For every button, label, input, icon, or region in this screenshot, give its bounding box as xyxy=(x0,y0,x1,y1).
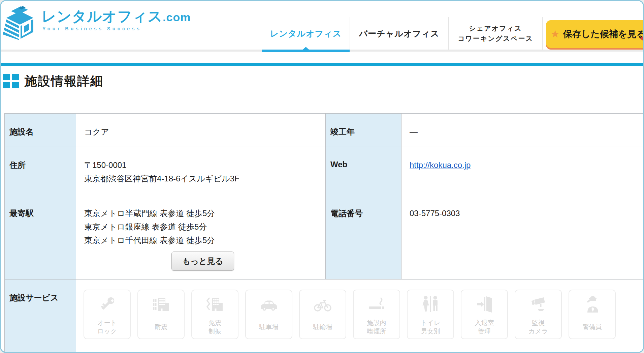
cctv-camera-icon xyxy=(529,294,548,315)
stations-value: 東京メトロ半蔵門線 表参道 徒歩5分 東京メトロ銀座線 表参道 徒歩5分 東京メ… xyxy=(76,195,326,280)
station-line: 東京メトロ千代田線 表参道 徒歩5分 xyxy=(84,234,321,247)
key-icon xyxy=(98,294,117,315)
section-grid-icon xyxy=(3,74,19,89)
service-tile-bicycle-parking: 駐輪場 xyxy=(299,290,346,339)
service-tile-entry-exit-control: 入退室 管理 xyxy=(461,290,508,339)
saved-candidates-button[interactable]: ★ 保存した候補を見る xyxy=(546,20,644,48)
door-entry-icon xyxy=(475,294,494,315)
brand-wordmark: レンタルオフィス.com xyxy=(41,9,191,24)
address-street: 東京都渋谷区神宮前4-18-6イスルギビル3F xyxy=(84,172,321,185)
service-tile-restroom-separate: トイレ 男女別 xyxy=(407,290,454,339)
services-value: オート ロック xyxy=(76,280,644,353)
facility-name-label: 施設名 xyxy=(5,114,76,147)
tab-share-office-coworking[interactable]: シェアオフィス コワーキングスペース xyxy=(448,17,543,50)
guard-icon xyxy=(583,294,602,315)
bicycle-icon xyxy=(313,294,332,315)
brand-wordmark-suffix: .com xyxy=(163,11,191,24)
service-tiles: オート ロック xyxy=(84,290,644,339)
tab-rental-office-label: レンタルオフィス xyxy=(270,28,342,39)
tab-rental-office[interactable]: レンタルオフィス xyxy=(262,17,350,50)
building-icon xyxy=(152,294,170,315)
tab-virtual-office-label: バーチャルオフィス xyxy=(359,28,440,39)
brand-tagline: Your Business Success xyxy=(42,26,191,31)
restroom-male-female-icon xyxy=(421,294,440,315)
facility-name-value: コクア xyxy=(76,114,326,147)
tab-share-office-label: シェアオフィス コワーキングスペース xyxy=(458,23,533,43)
see-more-button[interactable]: もっと見る xyxy=(171,252,234,271)
web-label: Web xyxy=(326,147,401,195)
page-title: 施設情報詳細 xyxy=(25,66,103,97)
red-arrow-icon xyxy=(640,31,644,46)
stations-label: 最寄駅 xyxy=(5,195,76,280)
facility-info-table: 施設名 コクア 竣工年 — 住所 〒150-0001東京都渋谷区神宮前4-18-… xyxy=(4,113,644,353)
service-tile-auto-lock: オート ロック xyxy=(84,290,131,339)
service-tile-security-guard: 警備員 xyxy=(569,290,616,339)
web-value: http://kokua.co.jp xyxy=(401,147,644,195)
service-tile-earthquake-resistant: 耐震 xyxy=(137,290,185,339)
completion-year-value: — xyxy=(401,114,644,147)
station-line: 東京メトロ銀座線 表参道 徒歩5分 xyxy=(84,220,321,234)
service-tile-surveillance-camera: 監視 カメラ xyxy=(515,290,562,339)
page: レンタルオフィス.com Your Business Success レンタルオ… xyxy=(0,0,644,353)
completion-year-label: 竣工年 xyxy=(326,114,401,147)
brand-box-icon xyxy=(1,2,39,40)
station-lines: 東京メトロ半蔵門線 表参道 徒歩5分 東京メトロ銀座線 表参道 徒歩5分 東京メ… xyxy=(84,207,321,247)
saved-candidates-button-label: 保存した候補を見る xyxy=(563,28,644,40)
brand-logo[interactable]: レンタルオフィス.com Your Business Success xyxy=(1,2,191,40)
building-zigzag-icon xyxy=(205,294,224,315)
service-tile-parking: 駐車場 xyxy=(245,290,292,339)
address-postal: 〒150-0001 xyxy=(84,158,321,172)
phone-value: 03-5775-0303 xyxy=(401,195,644,280)
tab-virtual-office[interactable]: バーチャルオフィス xyxy=(350,17,448,50)
phone-label: 電話番号 xyxy=(326,195,401,280)
address-label: 住所 xyxy=(5,147,76,195)
nav-tabs: レンタルオフィス バーチャルオフィス シェアオフィス コワーキングスペース xyxy=(262,17,543,50)
title-divider xyxy=(1,97,643,97)
services-label: 施設サービス xyxy=(5,280,76,353)
station-line: 東京メトロ半蔵門線 表参道 徒歩5分 xyxy=(84,207,321,220)
star-icon: ★ xyxy=(551,29,560,39)
website-link[interactable]: http://kokua.co.jp xyxy=(410,160,471,170)
car-icon xyxy=(259,294,278,315)
accent-bar xyxy=(1,63,643,66)
address-value: 〒150-0001東京都渋谷区神宮前4-18-6イスルギビル3F xyxy=(76,147,326,195)
header: レンタルオフィス.com Your Business Success レンタルオ… xyxy=(1,1,643,50)
service-tile-seismic-isolation: 免震 制振 xyxy=(191,290,238,339)
service-tile-indoor-smoking-area: 施設内 喫煙所 xyxy=(353,290,400,339)
cigarette-icon xyxy=(367,294,386,315)
brand-logo-text: レンタルオフィス.com Your Business Success xyxy=(41,2,191,31)
title-section: 施設情報詳細 xyxy=(1,66,643,97)
